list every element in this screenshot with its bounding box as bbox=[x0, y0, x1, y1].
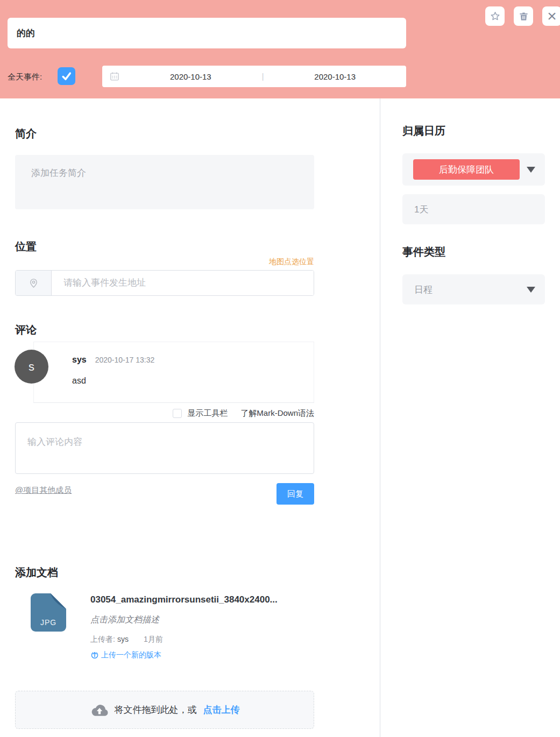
calendar-heading: 归属日历 bbox=[402, 124, 545, 138]
close-icon: × bbox=[547, 8, 557, 24]
file-name[interactable]: 03054_amazingmirrorsunsetii_3840x2400... bbox=[90, 594, 278, 605]
chevron-down-icon bbox=[527, 287, 535, 293]
comment-header: sys 2020-10-17 13:32 bbox=[72, 355, 305, 365]
calendar-icon bbox=[110, 72, 119, 81]
date-start: 2020-10-13 bbox=[119, 72, 262, 81]
location-input[interactable] bbox=[52, 271, 314, 295]
check-icon bbox=[61, 70, 72, 82]
file-meta: 上传者:sys1月前 bbox=[90, 635, 278, 644]
map-pick-link[interactable]: 地图点选位置 bbox=[269, 257, 314, 267]
uploader-name: sys bbox=[117, 635, 129, 643]
uploader-label: 上传者: bbox=[90, 635, 115, 643]
header: × 全天事件: bbox=[0, 0, 560, 98]
date-range-picker[interactable]: 2020-10-13 | 2020-10-13 bbox=[102, 66, 406, 87]
dropzone-text: 将文件拖到此处，或 bbox=[115, 704, 197, 716]
comments-heading: 评论 bbox=[15, 323, 314, 337]
header-actions: × bbox=[485, 6, 560, 26]
chevron-down-icon bbox=[527, 167, 535, 173]
event-type-value: 日程 bbox=[414, 284, 433, 296]
location-heading: 位置 bbox=[15, 239, 314, 254]
map-link-row: 地图点选位置 bbox=[15, 257, 314, 267]
comment-item: sys 2020-10-17 13:32 asd bbox=[33, 342, 314, 403]
reply-button[interactable]: 回复 bbox=[277, 483, 314, 505]
intro-heading: 简介 bbox=[15, 126, 314, 141]
intro-textarea[interactable] bbox=[15, 155, 314, 209]
star-icon bbox=[490, 11, 501, 22]
upload-new-version-link[interactable]: 上传一个新的版本 bbox=[90, 650, 161, 660]
reply-row: @项目其他成员 回复 bbox=[15, 483, 314, 505]
location-addon bbox=[16, 271, 52, 295]
duration-field[interactable]: 1天 bbox=[402, 194, 545, 224]
jpg-file-icon: JPG bbox=[31, 593, 66, 632]
calendar-badge: 后勤保障团队 bbox=[413, 159, 520, 180]
upload-new-version-label: 上传一个新的版本 bbox=[101, 650, 161, 660]
comment-input[interactable] bbox=[15, 422, 314, 474]
favorite-button[interactable] bbox=[485, 6, 505, 26]
upload-time: 1月前 bbox=[144, 635, 163, 643]
event-title-input[interactable] bbox=[8, 18, 406, 48]
markdown-help-link[interactable]: 了解Mark-Down语法 bbox=[240, 408, 314, 419]
delete-button[interactable] bbox=[514, 6, 533, 26]
allday-checkbox[interactable] bbox=[58, 67, 75, 85]
file-description-placeholder[interactable]: 点击添加文档描述 bbox=[90, 614, 278, 626]
location-input-group bbox=[15, 270, 314, 296]
allday-label: 全天事件: bbox=[8, 72, 42, 82]
event-type-select[interactable]: 日程 bbox=[402, 274, 545, 304]
cloud-upload-icon bbox=[90, 703, 109, 718]
file-info: 03054_amazingmirrorsunsetii_3840x2400...… bbox=[90, 593, 278, 660]
show-toolbar-label: 显示工具栏 bbox=[187, 408, 228, 419]
left-column: 简介 位置 地图点选位置 评论 s bbox=[0, 98, 380, 737]
location-pin-icon bbox=[29, 278, 39, 288]
file-type-badge: JPG bbox=[31, 618, 66, 627]
documents-heading: 添加文档 bbox=[15, 565, 314, 580]
trash-icon bbox=[519, 11, 529, 22]
file-dropzone[interactable]: 将文件拖到此处，或 点击上传 bbox=[15, 691, 314, 729]
upload-version-icon bbox=[90, 651, 99, 660]
close-button[interactable]: × bbox=[542, 6, 560, 26]
calendar-select[interactable]: 后勤保障团队 bbox=[402, 153, 545, 186]
date-end: 2020-10-13 bbox=[264, 72, 406, 81]
duration-value: 1天 bbox=[414, 203, 428, 216]
event-detail-panel: × 全天事件: bbox=[0, 0, 560, 737]
comment-text: asd bbox=[72, 376, 305, 386]
comment-toolbar-row: 显示工具栏 了解Mark-Down语法 bbox=[15, 408, 314, 418]
click-upload-link[interactable]: 点击上传 bbox=[203, 704, 240, 716]
avatar: s bbox=[15, 350, 48, 384]
comment-timestamp: 2020-10-17 13:32 bbox=[95, 356, 155, 364]
mention-members-link[interactable]: @项目其他成员 bbox=[15, 485, 72, 495]
main-content: 简介 位置 地图点选位置 评论 s bbox=[0, 98, 560, 737]
comment-list: s sys 2020-10-17 13:32 asd bbox=[33, 342, 314, 403]
file-item: JPG 03054_amazingmirrorsunsetii_3840x240… bbox=[15, 593, 314, 660]
right-column: 归属日历 后勤保障团队 1天 事件类型 日程 bbox=[380, 98, 560, 737]
comment-author: sys bbox=[72, 355, 87, 365]
event-type-heading: 事件类型 bbox=[402, 245, 545, 259]
show-toolbar-checkbox[interactable] bbox=[173, 409, 182, 418]
